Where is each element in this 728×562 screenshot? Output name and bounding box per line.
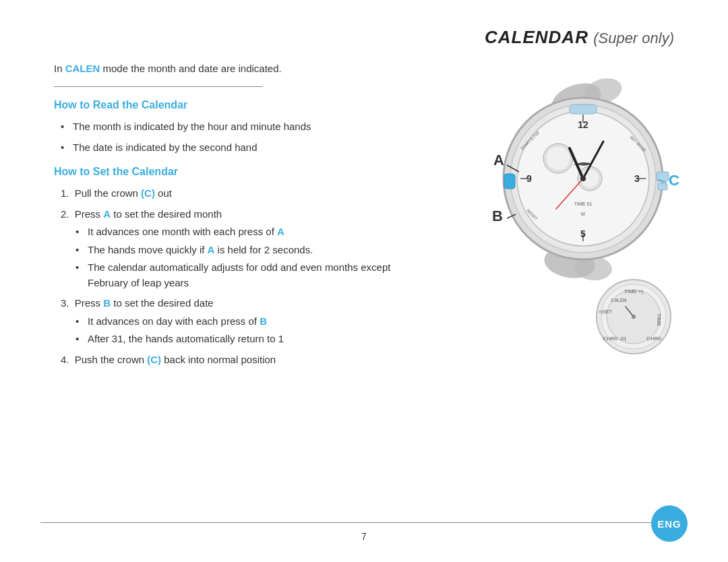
list-item: The date is indicated by the second hand: [61, 140, 431, 156]
step2-sub-bullets: It advances one month with each press of…: [61, 224, 431, 290]
intro-text: In CALEN mode the month and date are ind…: [54, 63, 431, 74]
svg-text:5: 5: [580, 228, 586, 239]
watch-illustration: 12 3 5 9 START/STOP SET MODE: [445, 54, 694, 377]
step4-c-highlight: (C): [147, 354, 161, 365]
sub-list-item: It advances one month with each press of…: [75, 224, 431, 240]
svg-point-42: [632, 315, 636, 319]
svg-rect-10: [570, 104, 597, 114]
step-2: 2. Press A to set the desired month It a…: [61, 207, 431, 291]
svg-text:CHR0: CHR0: [646, 336, 661, 342]
svg-point-26: [580, 176, 586, 181]
content-area: In CALEN mode the month and date are ind…: [54, 63, 431, 367]
page-number: 7: [361, 531, 367, 542]
step-4: 4. Push the crown (C) back into normal p…: [61, 352, 431, 368]
sub-list-item: It advances on day with each press of B: [75, 314, 431, 330]
steps-list: 1. Pull the crown (C) out 2. Press A to …: [54, 186, 431, 367]
svg-text:M: M: [581, 212, 585, 216]
svg-rect-7: [504, 174, 515, 189]
top-divider: [54, 86, 263, 87]
svg-text:»)SET: »)SET: [599, 309, 613, 315]
svg-text:C: C: [669, 172, 679, 189]
svg-text:CALEN: CALEN: [611, 298, 626, 303]
eng-badge: ENG: [651, 505, 688, 542]
watch-svg: 12 3 5 9 START/STOP SET MODE: [445, 54, 694, 377]
step3-sub-bullets: It advances on day with each press of B …: [61, 314, 431, 347]
sub-list-item: The calendar automatically adjusts for o…: [75, 260, 431, 290]
svg-text:9: 9: [526, 173, 532, 184]
step-1: 1. Pull the crown (C) out: [61, 186, 431, 201]
svg-text:12: 12: [578, 119, 588, 130]
sub-list-item: The hands move quickly if A is held for …: [75, 243, 431, 258]
page-container: CALENDAR (Super only) In CALEN mode the …: [0, 0, 728, 562]
svg-text:TIME »): TIME »): [624, 288, 644, 294]
title-main: CALENDAR: [485, 27, 588, 47]
svg-point-20: [546, 146, 570, 170]
calen-highlight: CALEN: [65, 63, 100, 74]
section1-bullets: The month is indicated by the hour and m…: [54, 119, 431, 155]
list-item: The month is indicated by the hour and m…: [61, 119, 431, 135]
section1-heading: How to Read the Calendar: [54, 99, 431, 111]
bottom-divider: [40, 522, 688, 523]
page-title: CALENDAR (Super only): [54, 27, 688, 48]
svg-text:3: 3: [634, 173, 640, 184]
svg-text:TIME 01: TIME 01: [574, 201, 593, 206]
title-sub: (Super only): [593, 30, 674, 46]
step1-c-highlight: (C): [141, 187, 155, 199]
svg-text:TIME: TIME: [656, 313, 662, 326]
svg-text:B: B: [492, 208, 503, 224]
step3-b-highlight: B: [103, 297, 111, 309]
section2-heading: How to Set the Calendar: [54, 166, 431, 178]
step-3: 3. Press B to set the desired date It ad…: [61, 296, 431, 347]
step2-a-highlight: A: [103, 208, 111, 220]
svg-rect-9: [658, 183, 667, 190]
svg-text:A: A: [493, 152, 504, 168]
sub-list-item: After 31, the hands automatically return…: [75, 332, 431, 347]
svg-text:CHR0 .01: CHR0 .01: [603, 336, 627, 342]
